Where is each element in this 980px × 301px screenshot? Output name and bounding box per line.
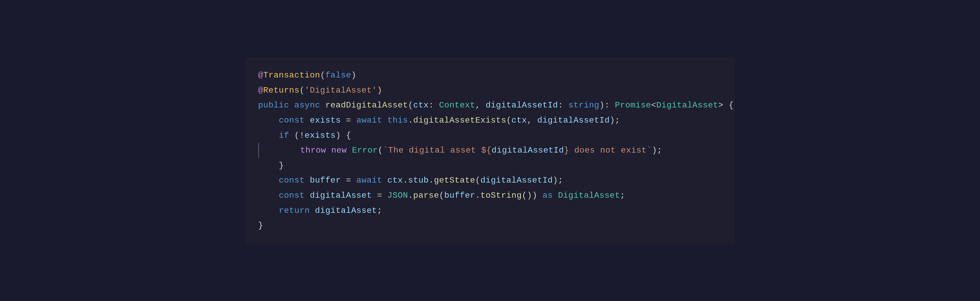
code-line-10: return digitalAsset; [258,203,722,218]
token-bool-blue: false [325,68,351,83]
token-white: ); [553,173,563,188]
code-block: @Transaction(false)@Returns('DigitalAsse… [258,68,722,233]
code-line-7: } [258,158,722,173]
token-white: ; [377,203,382,218]
token-white: ) [377,83,382,98]
token-white: ( [408,98,413,113]
token-white: ): [599,98,615,113]
token-param-cyan: ctx [413,98,429,113]
token-at-decorator: @ [258,83,263,98]
token-white [320,98,325,113]
token-white: . [475,188,480,203]
token-kw-blue: as [542,188,553,203]
code-line-5: if (!exists) { [258,128,722,143]
token-param-cyan: ctx [387,173,403,188]
token-fn-yellow: parse [413,188,439,203]
token-white: : [429,98,439,113]
token-type-teal: DigitalAsset [558,188,620,203]
token-param-cyan: ctx [512,113,527,128]
token-kw-blue: this [387,113,408,128]
token-white [382,173,387,188]
token-kw-blue: string [568,98,599,113]
code-line-8: const buffer = await ctx.stub.getState(d… [258,173,722,188]
token-fn-yellow: digitalAssetExists [413,113,506,128]
token-kw-blue: if [279,128,289,143]
token-type-teal: JSON [387,188,408,203]
token-white: ( [320,68,325,83]
token-string-lit: } does not exist` [564,143,652,158]
token-kw-purple: new [331,143,347,158]
token-white: ( [378,143,383,158]
token-kw-blue: async [294,98,320,113]
token-at-decorator: @ [258,68,263,83]
token-white [305,113,310,128]
token-white: ); [610,113,620,128]
token-white: } [258,218,263,233]
code-line-4: const exists = await this.digitalAssetEx… [258,113,722,128]
token-fn-yellow: getState [434,173,475,188]
token-param-cyan: digitalAsset [310,188,372,203]
token-param-cyan: digitalAssetId [480,173,553,188]
token-white: , [475,98,486,113]
token-kw-blue: const [279,113,305,128]
code-line-9: const digitalAsset = JSON.parse(buffer.t… [258,188,722,203]
token-type-teal: Promise [615,98,651,113]
code-line-2: @Returns('DigitalAsset') [258,83,722,98]
token-decorator-name: Transaction [263,68,320,83]
token-fn-yellow: readDigitalAsset [325,98,408,113]
token-white: ( [506,113,512,128]
token-param-cyan: exists [310,113,341,128]
token-decorator-name: Returns [263,83,299,98]
token-white: = [341,113,356,128]
token-white: } [279,158,284,173]
token-kw-blue: const [279,188,305,203]
token-white [305,173,310,188]
token-white: < [651,98,656,113]
token-string-lit: 'DigitalAsset' [305,83,377,98]
token-white: ()) [522,188,542,203]
token-kw-blue: await [356,113,382,128]
token-kw-blue: public [258,98,289,113]
token-white [553,188,558,203]
token-type-teal: DigitalAsset [656,98,718,113]
token-white: ; [620,188,625,203]
code-line-11: } [258,218,722,233]
token-param-cyan: stub [408,173,429,188]
token-kw-blue: return [279,203,310,218]
code-line-6: throw new Error(`The digital asset ${dig… [258,143,722,158]
token-white [310,203,315,218]
token-param-cyan: digitalAssetId [537,113,610,128]
token-white: ( [439,188,444,203]
token-white: > { [718,98,734,113]
token-white: . [408,113,413,128]
token-white: . [403,173,408,188]
token-kw-blue: await [356,173,382,188]
token-white: , [527,113,537,128]
token-white [382,113,387,128]
token-white: (! [289,128,305,143]
token-param-cyan: digitalAssetId [486,98,558,113]
token-white [305,188,310,203]
token-param-cyan: buffer [310,173,341,188]
token-white: = [372,188,387,203]
token-type-teal: Error [352,143,378,158]
token-white [326,143,331,158]
code-line-1: @Transaction(false) [258,68,722,83]
token-string-lit: `The digital asset ${ [383,143,492,158]
token-white [289,98,294,113]
token-white: ( [299,83,305,98]
token-fn-yellow: toString [480,188,522,203]
token-white: ) { [336,128,351,143]
token-param-cyan: exists [305,128,336,143]
code-editor: @Transaction(false)@Returns('DigitalAsse… [245,58,735,243]
token-param-cyan: digitalAsset [315,203,377,218]
token-white: ) [351,68,356,83]
token-white: ); [652,143,662,158]
token-white: : [558,98,568,113]
token-param-cyan: buffer [444,188,475,203]
token-white: . [408,188,413,203]
token-white: ( [475,173,480,188]
token-kw-blue: const [279,173,305,188]
token-white [347,143,352,158]
code-line-3: public async readDigitalAsset(ctx: Conte… [258,98,722,113]
